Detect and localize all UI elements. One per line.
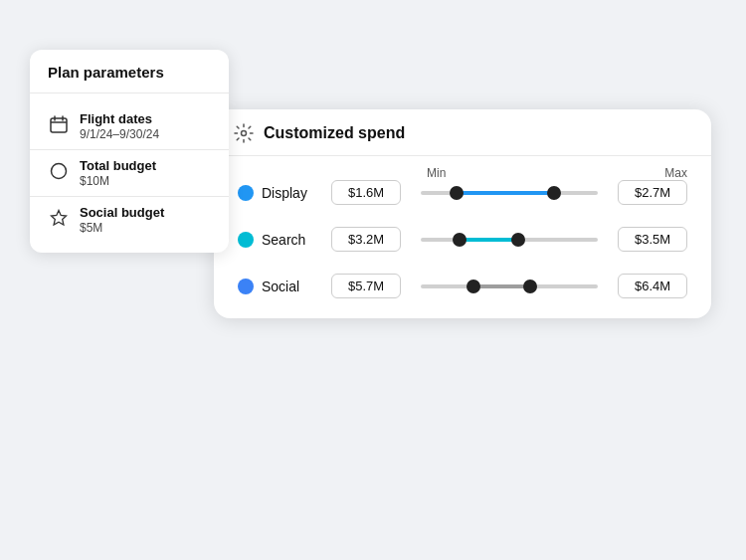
- column-headers: Min Max: [238, 166, 687, 180]
- slider-track-fill: [457, 191, 554, 195]
- svg-rect-0: [51, 118, 67, 132]
- channel-dot-search: [238, 232, 254, 248]
- slider-social[interactable]: [421, 277, 598, 296]
- social-budget-value: $5M: [80, 221, 164, 235]
- channel-row-social: Social $5.7M $6.4M: [238, 274, 687, 298]
- channel-name-display: Display: [262, 185, 331, 201]
- channels-rows: Display $1.6M $2.7M Search $3.2M $3.5M S…: [238, 180, 687, 298]
- channels-table: Min Max Display $1.6M $2.7M Search $3.2M…: [214, 156, 711, 318]
- channel-min-value-search[interactable]: $3.2M: [331, 227, 401, 252]
- channel-max-value-display[interactable]: $2.7M: [618, 180, 687, 205]
- spend-panel-header: Customized spend: [214, 109, 711, 156]
- flight-dates-value: 9/1/24–9/30/24: [80, 127, 159, 141]
- channel-row-display: Display $1.6M $2.7M: [238, 180, 687, 205]
- channel-dot-display: [238, 185, 254, 201]
- plan-parameters-card: Plan parameters Flight dates 9/1/24–9/30…: [30, 50, 229, 253]
- social-budget-label: Social budget: [80, 205, 164, 220]
- slider-thumb-right[interactable]: [511, 233, 525, 247]
- col-max-label: Max: [664, 166, 687, 180]
- slider-thumb-right[interactable]: [523, 280, 537, 293]
- channel-min-value-social[interactable]: $5.7M: [331, 274, 401, 298]
- social-budget-text: Social budget $5M: [80, 205, 164, 235]
- col-min-label: Min: [427, 166, 446, 180]
- total-budget-text: Total budget $10M: [80, 158, 156, 188]
- plan-item-flight-dates: Flight dates 9/1/24–9/30/24: [30, 103, 229, 150]
- channel-name-social: Social: [262, 279, 331, 294]
- flight-dates-label: Flight dates: [80, 111, 159, 126]
- scene: Plan parameters Flight dates 9/1/24–9/30…: [0, 0, 746, 560]
- channel-name-search: Search: [262, 232, 331, 248]
- flight-dates-text: Flight dates 9/1/24–9/30/24: [80, 111, 159, 141]
- channel-max-value-social[interactable]: $6.4M: [618, 274, 687, 298]
- slider-thumb-left[interactable]: [466, 280, 480, 293]
- channel-row-search: Search $3.2M $3.5M: [238, 227, 687, 252]
- plan-card-title: Plan parameters: [30, 50, 229, 93]
- total-budget-label: Total budget: [80, 158, 156, 173]
- channel-max-value-search[interactable]: $3.5M: [618, 227, 687, 252]
- plan-item-social-budget: Social budget $5M: [30, 197, 229, 243]
- circle-icon: [48, 160, 70, 182]
- calendar-icon: [48, 113, 70, 135]
- total-budget-value: $10M: [80, 174, 156, 188]
- slider-thumb-right[interactable]: [547, 186, 561, 200]
- svg-point-4: [52, 164, 67, 179]
- channel-min-value-display[interactable]: $1.6M: [331, 180, 401, 205]
- star-icon: [48, 207, 70, 229]
- plan-card-body: Flight dates 9/1/24–9/30/24 Total budget…: [30, 93, 229, 253]
- spend-panel: Customized spend Min Max Display $1.6M $…: [214, 109, 711, 318]
- slider-track-fill: [473, 284, 530, 288]
- svg-point-6: [242, 131, 247, 136]
- slider-thumb-left[interactable]: [450, 186, 464, 200]
- settings-icon: [234, 123, 254, 143]
- slider-track-fill: [460, 238, 518, 242]
- spend-panel-title: Customized spend: [264, 124, 405, 142]
- slider-thumb-left[interactable]: [453, 233, 466, 247]
- plan-item-total-budget: Total budget $10M: [30, 150, 229, 197]
- channel-dot-social: [238, 279, 254, 294]
- slider-display[interactable]: [421, 183, 598, 203]
- svg-marker-5: [52, 211, 67, 226]
- slider-search[interactable]: [421, 230, 598, 250]
